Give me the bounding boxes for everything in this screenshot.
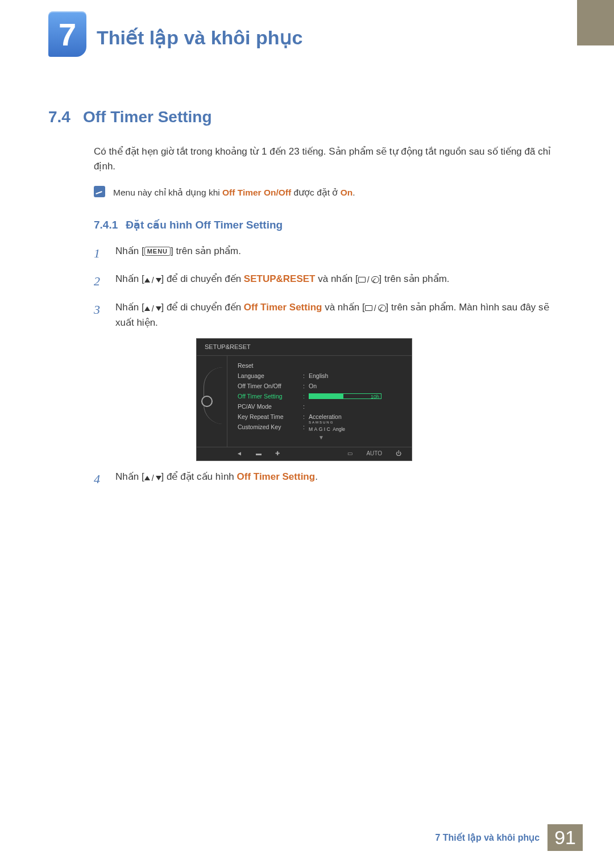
osd-row-pcav: PC/AV Mode : — [238, 401, 405, 412]
text-frag: ] để di chuyển đến — [161, 302, 244, 313]
page-content: 7.4 Off Timer Setting Có thể đặt hẹn giờ… — [48, 108, 554, 497]
step-number: 1 — [94, 243, 104, 263]
text-frag: Nhấn [ — [115, 302, 144, 313]
osd-progress-bar: 10h — [309, 393, 381, 399]
power-icon: ⏻ — [396, 449, 401, 458]
osd-colon: : — [303, 371, 309, 380]
osd-label: Reset — [238, 361, 303, 370]
page-footer: 7 Thiết lập và khôi phục 91 — [435, 824, 583, 851]
text-frag: ] để di chuyển đến — [161, 273, 244, 284]
osd-value: SAMSUNG MAGIC Angle — [309, 421, 405, 433]
osd-menu-list: Reset Language : English Off Timer On/Of… — [227, 356, 412, 447]
osd-colon: : — [303, 422, 309, 431]
osd-label: Off Timer Setting — [238, 392, 303, 401]
up-down-keys-icon: / — [144, 474, 161, 482]
steps-list-cont: 4 Nhấn [/] để đặt cấu hình Off Timer Set… — [94, 469, 554, 489]
up-down-keys-icon: / — [144, 305, 161, 313]
osd-panel: SETUP&RESET Reset Language — [196, 338, 412, 462]
plus-icon: ✚ — [275, 449, 280, 458]
osd-colon: : — [303, 392, 309, 401]
osd-progress-text: 10h — [371, 393, 379, 401]
osd-row-reset: Reset — [238, 360, 405, 371]
section-number: 7.4 — [48, 108, 70, 126]
section-title: Off Timer Setting — [83, 108, 212, 126]
menu-button-chip: MENU — [144, 247, 171, 256]
step-number: 2 — [94, 271, 104, 291]
text-frag: Nhấn [ — [115, 471, 144, 482]
chapter-title: Thiết lập và khôi phục — [97, 26, 302, 49]
text-frag: ] trên sản phẩm. — [379, 273, 450, 284]
up-down-keys-icon: / — [144, 276, 161, 284]
em-setup-reset: SETUP&RESET — [244, 273, 316, 284]
text-frag: Nhấn [ — [115, 273, 144, 284]
osd-label: Off Timer On/Off — [238, 381, 303, 391]
osd-footer: ◄ ▬ ✚ ▭ AUTO ⏻ — [197, 447, 412, 461]
osd-row-language: Language : English — [238, 371, 405, 381]
osd-row-onoff: Off Timer On/Off : On — [238, 381, 405, 391]
em-off-timer-setting: Off Timer Setting — [237, 471, 316, 482]
gear-icon — [201, 396, 213, 407]
left-arrow-icon: ◄ — [237, 449, 242, 458]
magic-tail: Angle — [331, 426, 345, 432]
subsection-title: Đặt cấu hình Off Timer Setting — [126, 217, 283, 233]
osd-colon: : — [303, 412, 309, 421]
osd-body: Reset Language : English Off Timer On/Of… — [197, 356, 412, 447]
osd-footer-left-icons: ◄ ▬ ✚ — [237, 449, 280, 458]
intro-text: Có thể đặt hẹn giờ tắt trong khoảng từ 1… — [94, 144, 554, 175]
page-number: 91 — [547, 824, 583, 851]
magic-sup: SAMSUNG — [309, 421, 405, 424]
minus-icon: ▬ — [256, 449, 262, 458]
source-enter-keys-icon: / — [358, 276, 379, 284]
osd-value: On — [309, 381, 405, 391]
step-number: 4 — [94, 469, 104, 489]
step-4: 4 Nhấn [/] để đặt cấu hình Off Timer Set… — [94, 469, 554, 489]
chevron-down-icon: ▼ — [238, 433, 405, 442]
text-frag: . — [315, 471, 318, 482]
note-block: Menu này chỉ khả dụng khi Off Timer On/O… — [94, 186, 554, 200]
text-frag: và nhấn [ — [322, 302, 364, 313]
osd-row-setting-active: Off Timer Setting : 10h — [238, 391, 405, 401]
note-pre: Menu này chỉ khả dụng khi — [113, 188, 222, 197]
text-frag: và nhấn [ — [315, 273, 358, 284]
osd-label: PC/AV Mode — [238, 402, 303, 411]
note-em-2: On — [341, 188, 353, 197]
osd-title: SETUP&RESET — [197, 339, 412, 356]
chapter-number-tab: 7 — [48, 11, 86, 57]
osd-screenshot: SETUP&RESET Reset Language — [196, 338, 554, 462]
steps-list: 1 Nhấn [MENU] trên sản phẩm. 2 Nhấn [/] … — [94, 243, 554, 330]
source-enter-keys-icon: / — [365, 304, 386, 312]
osd-label: Customized Key — [238, 422, 303, 431]
step-number: 3 — [94, 300, 104, 330]
step-3: 3 Nhấn [/] để di chuyển đến Off Timer Se… — [94, 300, 554, 330]
osd-colon: : — [303, 402, 309, 411]
section-body: Có thể đặt hẹn giờ tắt trong khoảng từ 1… — [94, 144, 554, 489]
step-2: 2 Nhấn [/] để di chuyển đến SETUP&RESET … — [94, 271, 554, 291]
note-text: Menu này chỉ khả dụng khi Off Timer On/O… — [113, 186, 355, 200]
osd-value-bar: 10h — [309, 393, 405, 399]
osd-value: English — [309, 371, 405, 380]
osd-label: Language — [238, 371, 303, 380]
osd-row-customkey: Customized Key : SAMSUNG MAGIC Angle — [238, 422, 405, 432]
subsection-heading: 7.4.1 Đặt cấu hình Off Timer Setting — [94, 217, 554, 233]
text-frag: Nhấn [ — [115, 246, 144, 256]
text-frag: ] trên sản phẩm. — [171, 246, 241, 256]
osd-label: Key Repeat Time — [238, 412, 303, 421]
osd-side-icons — [197, 356, 227, 447]
section-heading: 7.4 Off Timer Setting — [48, 108, 554, 126]
subsection-number: 7.4.1 — [94, 217, 118, 233]
step-text: Nhấn [/] để di chuyển đến Off Timer Sett… — [115, 300, 554, 330]
footer-crumb: 7 Thiết lập và khôi phục — [435, 832, 540, 843]
osd-progress-fill — [309, 394, 343, 398]
note-icon — [94, 186, 105, 197]
source-icon: ▭ — [347, 449, 352, 458]
magic-label: SAMSUNG MAGIC Angle — [309, 421, 405, 432]
note-post: . — [352, 188, 355, 197]
chapter-header: 7 Thiết lập và khôi phục — [48, 11, 302, 57]
step-text: Nhấn [/] để di chuyển đến SETUP&RESET và… — [115, 271, 554, 291]
step-text: Nhấn [MENU] trên sản phẩm. — [115, 243, 554, 263]
auto-label: AUTO — [366, 449, 382, 458]
step-text: Nhấn [/] để đặt cấu hình Off Timer Setti… — [115, 469, 554, 489]
em-off-timer-setting: Off Timer Setting — [244, 302, 322, 313]
corner-strip — [577, 0, 614, 45]
osd-value: Acceleration — [309, 412, 405, 421]
